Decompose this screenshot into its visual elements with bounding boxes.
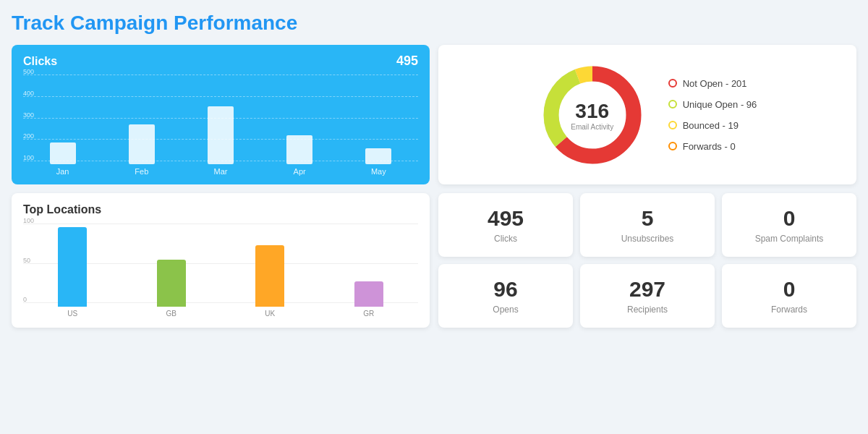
bar-group-mar: Mar [208,106,234,176]
main-grid: Clicks 495 500 400 300 200 100 JanFebMar… [12,45,856,328]
stat-label: Recipients [627,305,668,315]
stat-card-forwards: 0Forwards [722,264,856,328]
stat-label: Clicks [494,234,517,244]
stat-number: 0 [783,206,796,231]
loc-bar-uk [255,245,284,307]
stat-card-recipients: 297Recipients [580,264,715,328]
stat-card-unsubscribes: 5Unsubscribes [580,193,715,257]
bar-feb [129,124,155,164]
bar-label-apr: Apr [294,167,306,176]
loc-bar-group-gb: GB [157,260,186,318]
loc-bar-gr [354,281,383,307]
stats-grid: 495Clicks5Unsubscribes0Spam Complaints96… [438,193,856,328]
loc-grid-100: 100 [23,224,418,224]
clicks-bar-chart: 500 400 300 200 100 JanFebMarAprMay [23,75,418,176]
legend-item: Not Open - 201 [668,78,757,89]
legend-text: Forwards - 0 [683,141,736,152]
donut-legend: Not Open - 201Unique Open - 96Bounced - … [668,78,757,152]
bar-label-mar: Mar [213,167,227,176]
clicks-header: Clicks 495 [23,54,418,69]
clicks-title: Clicks [23,55,57,68]
legend-item: Unique Open - 96 [668,99,757,110]
locations-card: Top Locations 100 50 0 USGBUKGR [12,193,430,328]
page-title: Track Campaign Performance [12,12,856,35]
clicks-card: Clicks 495 500 400 300 200 100 JanFebMar… [12,45,430,184]
loc-bars-container: USGBUKGR [23,238,418,318]
stat-number: 5 [642,206,654,231]
donut-center: 316 Email Activity [571,99,613,130]
stat-label: Spam Complaints [755,234,824,244]
bar-group-apr: Apr [286,135,312,176]
loc-bar-label-gb: GB [166,310,176,318]
stat-card-opens: 96Opens [438,264,573,328]
stat-card-spam-complaints: 0Spam Complaints [722,193,856,257]
bar-label-may: May [371,167,386,176]
clicks-total: 495 [396,54,418,69]
loc-bar-label-gr: GR [363,310,374,318]
legend-dot [668,121,677,129]
donut-card: 316 Email Activity Not Open - 201Unique … [438,45,856,184]
stat-label: Forwards [771,305,807,315]
loc-bar-group-uk: UK [255,245,284,318]
grid-line-500: 500 [23,75,418,75]
loc-bar-us [58,227,87,307]
legend-dot [668,142,677,150]
loc-bar-group-gr: GR [354,281,383,318]
locations-chart: 100 50 0 USGBUKGR [23,224,418,318]
bar-group-jan: Jan [50,142,76,176]
stat-number: 495 [488,206,524,231]
donut-chart: 316 Email Activity [538,61,647,169]
loc-bar-label-us: US [67,310,77,318]
stat-number: 0 [783,277,796,302]
bar-group-may: May [365,148,391,176]
stat-label: Unsubscribes [621,234,674,244]
donut-label: Email Activity [571,122,613,130]
legend-item: Forwards - 0 [668,141,757,152]
legend-text: Unique Open - 96 [683,99,757,110]
loc-bar-group-us: US [58,227,87,318]
bar-label-feb: Feb [135,167,148,176]
legend-dot [668,79,677,88]
stat-number: 96 [493,277,517,302]
legend-dot [668,100,677,109]
legend-text: Not Open - 201 [683,78,747,89]
stat-label: Opens [493,305,518,315]
bar-jan [50,142,76,164]
bar-group-feb: Feb [129,124,155,176]
bar-label-jan: Jan [56,167,69,176]
stat-number: 297 [629,277,665,302]
donut-number: 316 [571,99,613,122]
bar-apr [286,135,312,164]
bars-container: JanFebMarAprMay [23,89,418,176]
stat-card-clicks: 495Clicks [438,193,573,257]
bar-mar [208,106,234,164]
loc-bar-gb [157,260,186,307]
loc-bar-label-uk: UK [265,310,275,318]
legend-item: Bounced - 19 [668,120,757,131]
bar-may [365,148,391,164]
legend-text: Bounced - 19 [683,120,739,131]
locations-title: Top Locations [23,203,418,216]
